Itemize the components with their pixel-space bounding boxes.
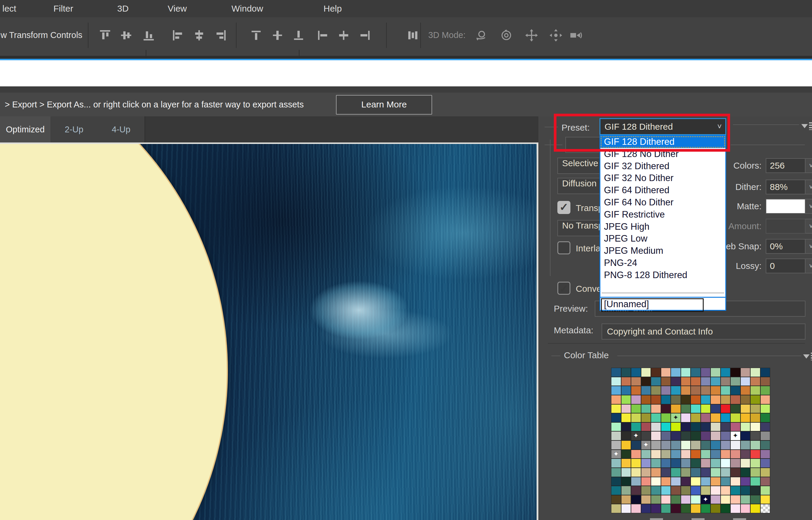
color-swatch[interactable] (661, 459, 671, 467)
color-swatch[interactable] (751, 405, 760, 413)
transparent-swatch[interactable] (761, 504, 770, 513)
color-swatch[interactable] (681, 486, 690, 495)
color-swatch[interactable] (661, 386, 671, 395)
color-swatch[interactable] (651, 405, 661, 413)
menu-item-filter[interactable]: Filter (53, 0, 73, 17)
color-swatch[interactable] (622, 477, 631, 486)
color-swatch[interactable] (661, 441, 671, 449)
distribute-left-icon[interactable] (316, 28, 330, 42)
color-swatch[interactable] (641, 368, 651, 376)
color-swatch[interactable] (711, 377, 720, 386)
color-swatch[interactable] (761, 368, 770, 376)
color-swatch[interactable] (641, 468, 651, 477)
amount-field[interactable] (766, 219, 806, 234)
color-swatch[interactable] (671, 468, 681, 477)
distribute-right-icon[interactable] (358, 28, 372, 42)
color-swatch[interactable] (741, 432, 750, 440)
color-swatch[interactable] (681, 450, 690, 459)
color-swatch[interactable] (641, 413, 651, 422)
color-swatch[interactable] (751, 486, 760, 495)
color-swatch[interactable] (691, 405, 700, 413)
color-swatch[interactable] (661, 413, 671, 422)
color-table-button-stub[interactable] (733, 518, 746, 520)
color-swatch[interactable] (741, 386, 750, 395)
color-swatch[interactable] (671, 477, 681, 486)
color-swatch[interactable] (671, 395, 681, 404)
3d-roll-icon[interactable] (499, 28, 513, 42)
color-swatch[interactable] (691, 413, 700, 422)
color-swatch[interactable] (741, 450, 750, 459)
color-swatch[interactable] (751, 468, 760, 477)
color-swatch[interactable] (721, 459, 730, 467)
color-swatch[interactable] (661, 468, 671, 477)
color-swatch[interactable] (631, 405, 641, 413)
color-swatch[interactable] (761, 486, 770, 495)
color-swatch[interactable] (681, 432, 690, 440)
color-swatch[interactable] (721, 468, 730, 477)
color-swatch[interactable] (731, 377, 740, 386)
color-swatch[interactable] (731, 441, 740, 449)
color-swatch[interactable] (751, 495, 760, 504)
tab-4-up[interactable]: 4-Up (98, 116, 145, 142)
color-swatch[interactable] (691, 423, 700, 431)
color-swatch[interactable] (641, 504, 651, 513)
color-swatch[interactable] (741, 477, 750, 486)
color-swatch[interactable] (711, 423, 720, 431)
color-swatch[interactable] (751, 441, 760, 449)
color-swatch[interactable] (631, 459, 641, 467)
color-swatch[interactable] (681, 468, 690, 477)
transparency-checkbox[interactable]: ✓ (557, 201, 570, 214)
color-swatch[interactable] (691, 477, 700, 486)
color-swatch[interactable] (671, 423, 681, 431)
color-swatch[interactable] (741, 504, 750, 513)
color-swatch[interactable] (721, 386, 730, 395)
color-swatch[interactable] (741, 377, 750, 386)
color-swatch[interactable] (631, 386, 641, 395)
menu-item-3d[interactable]: 3D (117, 0, 129, 17)
color-swatch[interactable] (751, 368, 760, 376)
color-swatch[interactable] (681, 386, 690, 395)
color-swatch[interactable] (611, 495, 621, 504)
color-swatch[interactable] (611, 423, 621, 431)
color-swatch[interactable] (631, 477, 641, 486)
color-swatch[interactable] (641, 486, 651, 495)
color-swatch[interactable] (661, 405, 671, 413)
color-swatch[interactable] (671, 486, 681, 495)
color-swatch[interactable] (631, 413, 641, 422)
color-swatch[interactable] (661, 432, 671, 440)
color-swatch[interactable] (731, 504, 740, 513)
color-swatch[interactable] (671, 441, 681, 449)
color-swatch[interactable] (711, 468, 720, 477)
color-swatch[interactable] (691, 495, 700, 504)
color-swatch[interactable] (651, 459, 661, 467)
color-swatch[interactable] (711, 386, 720, 395)
color-swatch[interactable] (761, 432, 770, 440)
chevron-down-icon[interactable]: ˅ (806, 219, 812, 234)
menu-item-window[interactable]: Window (232, 0, 263, 17)
color-swatch[interactable] (751, 459, 760, 467)
distribute-bottom-icon[interactable] (292, 28, 306, 42)
3d-camera-icon[interactable] (569, 28, 583, 42)
color-swatch[interactable] (611, 477, 621, 486)
web-snap-field[interactable]: 0% (766, 239, 806, 254)
color-swatch[interactable] (751, 386, 760, 395)
color-swatch[interactable] (721, 432, 730, 440)
color-swatch[interactable] (631, 441, 641, 449)
color-swatch[interactable] (711, 441, 720, 449)
preset-option-png-8-128-dithered[interactable]: PNG-8 128 Dithered (600, 269, 725, 281)
color-swatch[interactable] (622, 441, 631, 449)
align-right-icon[interactable] (214, 28, 227, 42)
color-swatch[interactable] (701, 504, 710, 513)
color-swatch[interactable] (731, 450, 740, 459)
color-swatch[interactable] (622, 395, 631, 404)
color-swatch[interactable] (701, 486, 710, 495)
chevron-down-icon[interactable]: ˅ (806, 199, 812, 214)
colors-field[interactable]: 256 (766, 158, 806, 173)
color-swatch[interactable] (661, 495, 671, 504)
color-swatch[interactable] (641, 377, 651, 386)
color-swatch[interactable] (721, 368, 730, 376)
distribute-top-icon[interactable] (249, 28, 263, 42)
color-swatch[interactable] (641, 432, 651, 440)
color-swatch[interactable] (731, 459, 740, 467)
color-swatch[interactable] (701, 395, 710, 404)
